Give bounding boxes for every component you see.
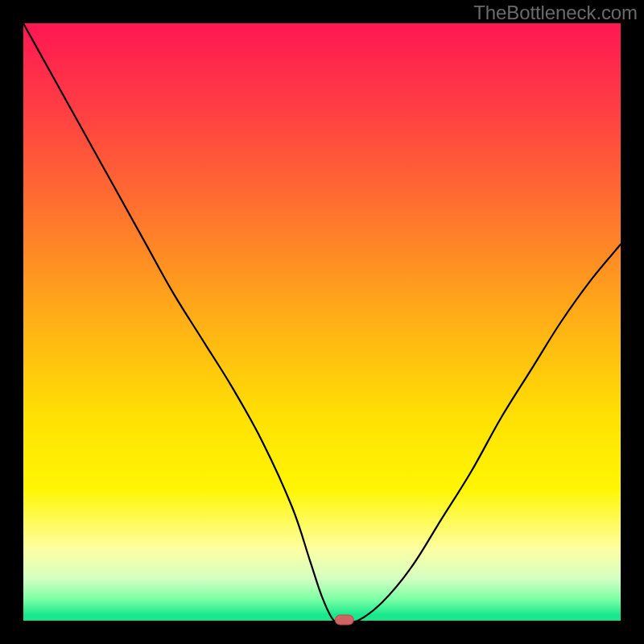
- optimal-notch-marker: [335, 615, 353, 625]
- bottleneck-chart: [0, 0, 644, 644]
- chart-frame: TheBottleneck.com: [0, 0, 644, 644]
- watermark-text: TheBottleneck.com: [473, 2, 638, 24]
- chart-background: [23, 23, 621, 621]
